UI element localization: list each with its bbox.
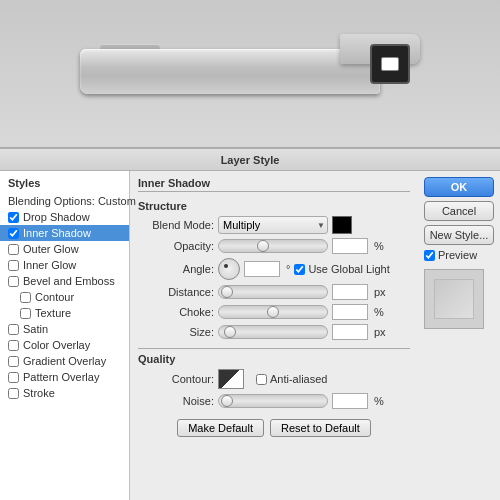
pattern-overlay-checkbox[interactable]: [8, 372, 19, 383]
anti-aliased-checkbox[interactable]: [256, 374, 267, 385]
preview-checkbox[interactable]: [424, 250, 435, 261]
anti-aliased-label: Anti-aliased: [270, 373, 327, 385]
blend-mode-select[interactable]: Multiply Normal Screen Overlay: [218, 216, 328, 234]
inner-glow-checkbox[interactable]: [8, 260, 19, 271]
bracket-lens-inner: [381, 57, 399, 71]
size-slider[interactable]: [218, 325, 328, 339]
contour-checkbox[interactable]: [20, 292, 31, 303]
sidebar-item-pattern-overlay[interactable]: Pattern Overlay: [0, 369, 129, 385]
sidebar-item-inner-shadow[interactable]: Inner Shadow: [0, 225, 129, 241]
satin-label: Satin: [23, 323, 48, 335]
angle-dot: [224, 264, 228, 268]
texture-checkbox[interactable]: [20, 308, 31, 319]
choke-slider[interactable]: [218, 305, 328, 319]
bottom-buttons: Make Default Reset to Default: [138, 419, 410, 437]
dialog-body: Styles Blending Options: Custom Drop Sha…: [0, 171, 500, 500]
new-style-button[interactable]: New Style...: [424, 225, 494, 245]
inner-glow-label: Inner Glow: [23, 259, 76, 271]
choke-input[interactable]: 44: [332, 304, 368, 320]
angle-unit: °: [286, 263, 290, 275]
inner-shadow-checkbox[interactable]: [8, 228, 19, 239]
contour-label: Contour: [35, 291, 74, 303]
sidebar-item-inner-glow[interactable]: Inner Glow: [0, 257, 129, 273]
sidebar-item-blending-options[interactable]: Blending Options: Custom: [0, 193, 129, 209]
cancel-button[interactable]: Cancel: [424, 201, 494, 221]
contour-thumbnail[interactable]: [218, 369, 244, 389]
sidebar-item-texture[interactable]: Texture: [0, 305, 129, 321]
contour-label: Contour:: [138, 373, 214, 385]
ok-button[interactable]: OK: [424, 177, 494, 197]
bracket-body: [80, 49, 380, 94]
main-panel: Inner Shadow Structure Blend Mode: Multi…: [130, 171, 418, 500]
noise-thumb[interactable]: [221, 395, 233, 407]
gradient-overlay-checkbox[interactable]: [8, 356, 19, 367]
gradient-overlay-label: Gradient Overlay: [23, 355, 106, 367]
noise-input[interactable]: 0: [332, 393, 368, 409]
blend-color-swatch[interactable]: [332, 216, 352, 234]
dialog-titlebar: Layer Style: [0, 149, 500, 171]
preview-box: [434, 279, 474, 319]
distance-input[interactable]: 0: [332, 284, 368, 300]
sidebar-item-outer-glow[interactable]: Outer Glow: [0, 241, 129, 257]
sidebar: Styles Blending Options: Custom Drop Sha…: [0, 171, 130, 500]
distance-thumb[interactable]: [221, 286, 233, 298]
opacity-thumb[interactable]: [257, 240, 269, 252]
global-light-row[interactable]: Use Global Light: [294, 263, 389, 275]
hardware-preview: [80, 34, 420, 114]
size-input[interactable]: 2: [332, 324, 368, 340]
distance-slider[interactable]: [218, 285, 328, 299]
blend-mode-wrapper[interactable]: Multiply Normal Screen Overlay ▼: [218, 216, 328, 234]
size-thumb[interactable]: [224, 326, 236, 338]
global-light-label: Use Global Light: [308, 263, 389, 275]
sidebar-item-drop-shadow[interactable]: Drop Shadow: [0, 209, 129, 225]
noise-slider[interactable]: [218, 394, 328, 408]
anti-aliased-row[interactable]: Anti-aliased: [256, 373, 327, 385]
sidebar-item-bevel-emboss[interactable]: Bevel and Emboss: [0, 273, 129, 289]
drop-shadow-checkbox[interactable]: [8, 212, 19, 223]
sidebar-label: Styles: [0, 175, 129, 193]
sidebar-item-color-overlay[interactable]: Color Overlay: [0, 337, 129, 353]
angle-input[interactable]: -146: [244, 261, 280, 277]
make-default-button[interactable]: Make Default: [177, 419, 264, 437]
opacity-row: Opacity: 40 %: [138, 238, 410, 254]
panel-title: Inner Shadow: [138, 177, 410, 192]
global-light-checkbox[interactable]: [294, 264, 305, 275]
distance-unit: px: [374, 286, 386, 298]
structure-label: Structure: [138, 200, 410, 212]
outer-glow-checkbox[interactable]: [8, 244, 19, 255]
blend-mode-row: Blend Mode: Multiply Normal Screen Overl…: [138, 216, 410, 234]
bevel-emboss-checkbox[interactable]: [8, 276, 19, 287]
noise-label: Noise:: [138, 395, 214, 407]
layer-style-dialog: Layer Style Styles Blending Options: Cus…: [0, 148, 500, 500]
opacity-unit: %: [374, 240, 384, 252]
angle-row: Angle: -146 ° Use Global Light: [138, 258, 410, 280]
color-overlay-label: Color Overlay: [23, 339, 90, 351]
angle-dial[interactable]: [218, 258, 240, 280]
stroke-checkbox[interactable]: [8, 388, 19, 399]
inner-shadow-label: Inner Shadow: [23, 227, 91, 239]
outer-glow-label: Outer Glow: [23, 243, 79, 255]
distance-label: Distance:: [138, 286, 214, 298]
noise-row: Noise: 0 %: [138, 393, 410, 409]
bevel-emboss-label: Bevel and Emboss: [23, 275, 115, 287]
satin-checkbox[interactable]: [8, 324, 19, 335]
opacity-input[interactable]: 40: [332, 238, 368, 254]
sidebar-item-gradient-overlay[interactable]: Gradient Overlay: [0, 353, 129, 369]
sidebar-item-contour[interactable]: Contour: [0, 289, 129, 305]
opacity-label: Opacity:: [138, 240, 214, 252]
size-label: Size:: [138, 326, 214, 338]
noise-unit: %: [374, 395, 384, 407]
preview-toggle[interactable]: Preview: [424, 249, 494, 261]
choke-thumb[interactable]: [267, 306, 279, 318]
sidebar-item-satin[interactable]: Satin: [0, 321, 129, 337]
distance-row: Distance: 0 px: [138, 284, 410, 300]
dialog-title: Layer Style: [221, 154, 280, 166]
color-overlay-checkbox[interactable]: [8, 340, 19, 351]
angle-label: Angle:: [138, 263, 214, 275]
sidebar-item-stroke[interactable]: Stroke: [0, 385, 129, 401]
contour-row: Contour: Anti-aliased: [138, 369, 410, 389]
reset-to-default-button[interactable]: Reset to Default: [270, 419, 371, 437]
opacity-slider[interactable]: [218, 239, 328, 253]
choke-label: Choke:: [138, 306, 214, 318]
size-unit: px: [374, 326, 386, 338]
